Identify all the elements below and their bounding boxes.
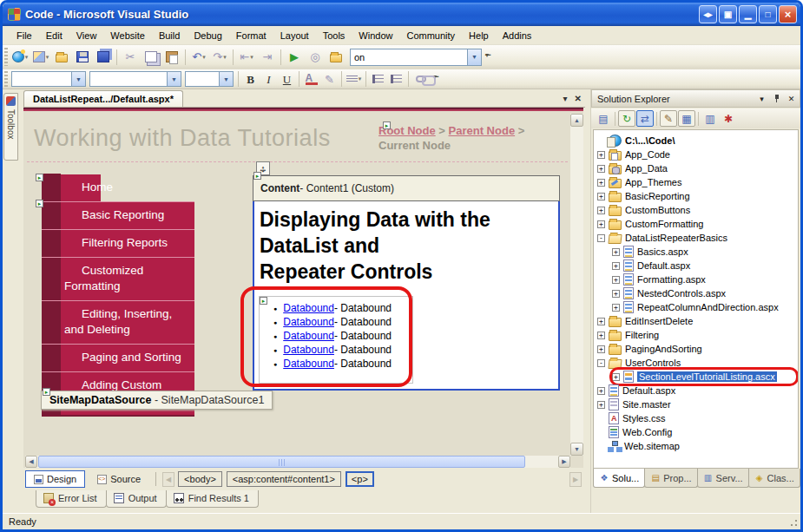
- dropdown-caret-icon[interactable]: ▾: [223, 54, 227, 61]
- undo-button[interactable]: ↶▾: [188, 48, 209, 67]
- tag-navigator-item[interactable]: <body>: [178, 471, 222, 487]
- nav-menu-item[interactable]: Home: [61, 174, 101, 201]
- collapse-icon[interactable]: -: [597, 234, 605, 242]
- design-view-tab[interactable]: Design: [25, 470, 85, 488]
- expand-icon[interactable]: +: [612, 276, 620, 284]
- vertical-scrollbar[interactable]: ▲ ▼: [570, 114, 583, 456]
- tree-item[interactable]: +Formatting.aspx: [594, 273, 798, 286]
- nest-related-files-button[interactable]: ⇄: [636, 110, 654, 127]
- toolbox-tab[interactable]: Toolbox: [3, 93, 18, 161]
- expand-icon[interactable]: +: [597, 207, 605, 214]
- nav-menu-item[interactable]: Basic Reporting: [61, 201, 194, 229]
- document-list-dropdown-icon[interactable]: ▾: [563, 94, 568, 103]
- navigate-backward-button[interactable]: ⇤▾: [236, 48, 257, 67]
- scroll-up-icon[interactable]: ▲: [570, 114, 583, 127]
- menu-edit[interactable]: Edit: [39, 28, 69, 43]
- underline-button[interactable]: U: [278, 71, 296, 88]
- toolbar-overflow-icon[interactable]: ▾▔: [485, 54, 490, 61]
- tree-item[interactable]: +CustomButtons: [594, 203, 798, 217]
- dropdown-caret-icon[interactable]: ▾: [202, 54, 206, 61]
- tree-item[interactable]: +App_Code: [594, 148, 798, 161]
- close-panel-icon[interactable]: ✕: [785, 92, 798, 105]
- content-placeholder-control[interactable]: ▸ Content - Content1 (Custom) Displaying…: [253, 175, 560, 391]
- toolbar-grip[interactable]: [4, 48, 8, 67]
- tree-item[interactable]: +App_Themes: [594, 175, 798, 189]
- tag-nav-right-icon[interactable]: ▶: [569, 472, 582, 487]
- output-tab[interactable]: Output: [106, 490, 167, 508]
- float-window-button[interactable]: ◂▸: [699, 5, 717, 23]
- tree-item[interactable]: Web.sitemap: [594, 439, 798, 453]
- expand-icon[interactable]: +: [597, 220, 605, 228]
- format-combobox[interactable]: ▼: [89, 71, 181, 87]
- menu-help[interactable]: Help: [462, 28, 496, 43]
- scrollbar-thumb[interactable]: [38, 456, 525, 468]
- dropdown-caret-icon[interactable]: ▾: [250, 54, 253, 61]
- navigate-forward-button[interactable]: ⇥: [257, 48, 278, 67]
- tree-item[interactable]: Styles.css: [594, 411, 798, 425]
- source-view-tab[interactable]: Source: [89, 470, 149, 488]
- auto-hide-pin-icon[interactable]: [770, 92, 783, 105]
- copy-website-button[interactable]: ▥: [701, 110, 719, 127]
- tree-item[interactable]: +NestedControls.aspx: [594, 286, 798, 300]
- tree-item[interactable]: +RepeatColumnAndDirection.aspx: [594, 300, 798, 314]
- expand-icon[interactable]: +: [597, 318, 605, 325]
- menu-community[interactable]: Community: [399, 28, 462, 43]
- paste-button[interactable]: [161, 48, 182, 67]
- resize-grip[interactable]: [787, 516, 799, 528]
- scroll-right-icon[interactable]: ▶: [558, 456, 570, 468]
- menu-tools[interactable]: Tools: [316, 28, 352, 43]
- menu-layout[interactable]: Layout: [273, 28, 316, 43]
- tree-item[interactable]: +Default.aspx: [594, 259, 798, 273]
- start-debugging-button[interactable]: ▶: [284, 48, 305, 67]
- tree-item[interactable]: +Default.aspx: [594, 384, 798, 397]
- databound-link[interactable]: Databound: [283, 316, 334, 328]
- bold-button[interactable]: B: [241, 71, 260, 88]
- error-list-tab[interactable]: Error List: [36, 490, 107, 508]
- toolbar-grip[interactable]: [4, 71, 8, 87]
- smart-tag-icon[interactable]: ▸: [253, 172, 261, 180]
- find-results-1-tab[interactable]: Find Results 1: [166, 490, 259, 508]
- view-code-button[interactable]: ✎: [660, 110, 677, 127]
- document-tab[interactable]: DataListRepeat.../Default.aspx*: [23, 90, 183, 107]
- redo-button[interactable]: ↷▾: [209, 48, 230, 67]
- format-combobox[interactable]: ▼: [185, 71, 234, 87]
- server-explorer-tab[interactable]: ▥Serv...: [697, 469, 749, 488]
- expand-icon[interactable]: +: [597, 165, 605, 173]
- cut-button[interactable]: ✂: [120, 48, 141, 67]
- databound-link[interactable]: Databound: [283, 358, 334, 370]
- menu-addins[interactable]: Addins: [496, 28, 539, 43]
- nav-menu-item[interactable]: Customized Formatting: [61, 257, 194, 300]
- open-file-button[interactable]: [51, 48, 72, 67]
- nav-menu-item[interactable]: Filtering Reports: [61, 229, 194, 257]
- tree-item[interactable]: +CustomFormatting: [594, 217, 798, 231]
- expand-icon[interactable]: +: [597, 387, 605, 395]
- expand-icon[interactable]: +: [597, 179, 605, 187]
- solution-explorer-tab[interactable]: ❖Solu...: [593, 469, 645, 488]
- nav-menu-item[interactable]: Editing, Inserting, and Deleting: [61, 300, 194, 344]
- menu-file[interactable]: File: [10, 28, 39, 43]
- font-color-button[interactable]: A: [302, 71, 320, 88]
- tutorial-listing-user-control[interactable]: ▸ ●Databound - Databound●Databound - Dat…: [259, 296, 413, 384]
- tree-item[interactable]: -DataListRepeaterBasics: [594, 231, 798, 245]
- breadcrumb-parent-link[interactable]: Parent Node: [449, 124, 516, 137]
- tag-nav-left-icon[interactable]: ◀: [162, 472, 174, 487]
- tree-item[interactable]: +Filtering: [594, 328, 798, 342]
- format-combobox[interactable]: ▼: [11, 71, 86, 87]
- tree-item[interactable]: +EditInsertDelete: [594, 314, 798, 328]
- combobox-dropdown-icon[interactable]: ▼: [467, 49, 481, 65]
- combobox-dropdown-icon[interactable]: ▼: [71, 72, 85, 86]
- tree-item[interactable]: +PagingAndSorting: [594, 342, 798, 356]
- tree-item[interactable]: +Site.master: [594, 397, 798, 411]
- expand-icon[interactable]: +: [612, 248, 620, 256]
- tag-navigator-item[interactable]: <p>: [346, 471, 374, 487]
- combobox-dropdown-icon[interactable]: ▼: [167, 72, 181, 86]
- save-all-button[interactable]: [93, 48, 114, 67]
- tree-item[interactable]: -UserControls: [594, 356, 798, 370]
- smart-tag-icon[interactable]: ▸: [36, 174, 43, 181]
- minimize-button[interactable]: ▁: [739, 5, 757, 23]
- highlight-button[interactable]: ✎: [320, 71, 339, 88]
- menu-format[interactable]: Format: [229, 28, 273, 43]
- expand-icon[interactable]: +: [612, 304, 620, 312]
- maximize-button[interactable]: □: [759, 5, 777, 23]
- save-button[interactable]: [72, 48, 93, 67]
